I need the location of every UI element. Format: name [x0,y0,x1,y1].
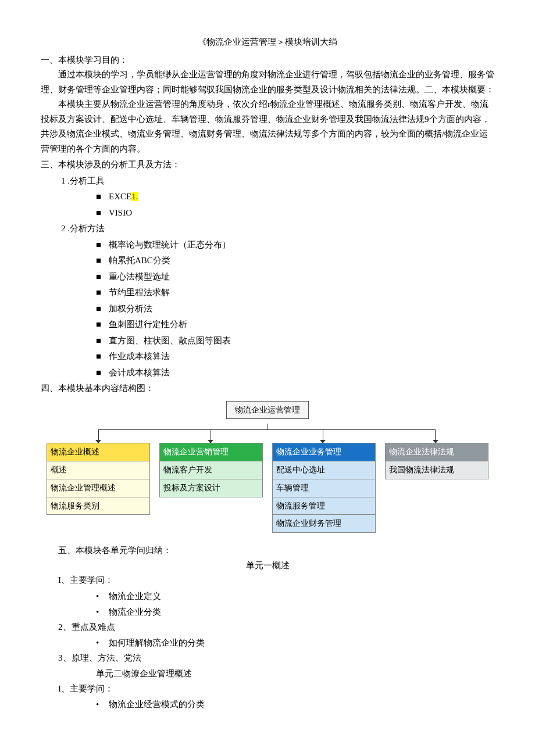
diagram-col-3: 物流企业业务管理 配送中心选址 车辆管理 物流服务管理 物流企业财务管理 [272,443,376,533]
method-item-8: 作业成本核算法 [41,349,494,364]
col2-item: 投标及方案设计 [159,479,263,497]
section-1-para-2: 本模块主要从物流企业运营管理的角度动身，依次介绍r物流企业管理概述、物流服务类别… [41,97,494,156]
col1-head: 物流企业概述 [47,443,150,461]
section-1-para-1: 通过本模块的学习，学员能缈从企业运营管理的角度对物流企业进行管理，驾驭包括物流企… [41,67,494,97]
section-4-heading: 四、本模块基本内容结构图： [41,381,494,396]
col4-head: 物流企业法律法规 [385,443,488,461]
col1-item: 概述 [47,461,150,479]
u1-main-knowledge: I、主要学问： [41,573,494,588]
col2-head: 物流企业营销管理 [159,443,263,461]
tool-visio: VISIO [41,206,494,221]
method-item-1: 概率论与数理统计（正态分布） [41,238,494,253]
methods-heading: 2 .分析方法 [41,221,494,237]
u1-item: 物流企业分类 [41,605,494,620]
col2-item: 物流客户开发 [159,461,263,479]
method-item-3: 重心法模型选址 [41,270,494,285]
col3-item: 配送中心选址 [272,461,376,479]
col3-item: 车辆管理 [272,479,376,497]
u1-item: 物流企业定义 [41,589,494,604]
method-item-4: 节约里程法求解 [41,285,494,300]
doc-title: 《物流企业运营管理＞模块培训大绢 [41,35,494,50]
unit-2-title: 单元二物潦企业管理概述 [41,667,494,682]
u1-principles: 3、原理、方法、党法 [41,651,494,666]
method-item-5: 加权分析法 [41,302,494,317]
col3-item: 物流服务管理 [272,497,376,515]
section-1-heading: 一、本模块学习目的： [41,53,494,68]
col1-item: 物流服务类别 [47,497,150,515]
diagram-col-2: 物流企业营销管理 物流客户开发 投标及方案设计 [159,443,263,533]
method-item-7: 直方图、柱状图、散点图等图表 [41,334,494,349]
method-item-2: 帕累托ABC分类 [41,253,494,268]
u2-item: 物流企业经营模式的分类 [41,697,494,712]
col3-item: 物流企业财务管理 [272,514,376,533]
section-3-heading: 三、本模块涉及的分析工具及方法： [41,157,494,173]
tools-heading: 1 .分析工具 [41,174,494,189]
col1-item: 物流企业管理概述 [47,479,150,497]
method-item-9: 会计成本核算法 [41,366,494,381]
section-5-heading: 五、本模块各单元学问归纳： [41,543,494,558]
col4-item: 我国物流法律法规 [385,461,488,479]
u2-main-knowledge: I、主要学问： [41,682,494,697]
col3-head: 物流企业业务管理 [272,443,376,461]
unit-1-title: 单元一概述 [41,558,494,574]
highlight: 1. [131,192,138,201]
method-item-6: 鱼刺图进行定性分析 [41,317,494,332]
tool-excel: EXCE1. [41,189,494,205]
diagram-col-1: 物流企业概述 概述 物流企业管理概述 物流服务类别 [47,443,150,533]
diagram-col-4: 物流企业法律法规 我国物流法律法规 [385,443,488,533]
diagram-connector [47,424,488,443]
diagram-root: 物流企业运营管理 [226,401,309,420]
u1-keypoints: 2、重点及难点 [41,620,494,635]
structure-diagram: 物流企业运营管理 物流企业概述 概述 物流企业管理概述 物流服务类别 物流企业营… [47,401,488,533]
u1-key-item: 如何理解物流企业的分类 [41,636,494,651]
